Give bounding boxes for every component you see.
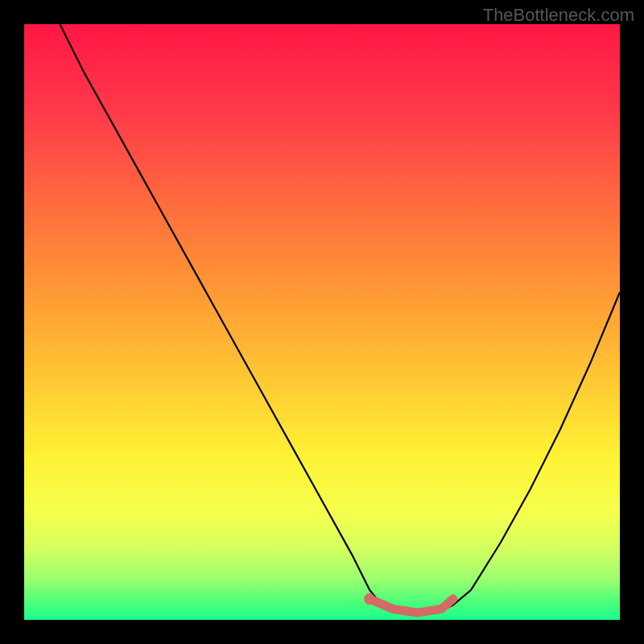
sweet-spot-dot-icon <box>364 593 375 605</box>
chart-area <box>24 24 620 620</box>
attribution-text: TheBottleneck.com <box>483 5 634 26</box>
sweet-spot-highlight <box>369 599 453 613</box>
curve-layer <box>24 24 620 620</box>
bottleneck-curve <box>60 24 620 614</box>
